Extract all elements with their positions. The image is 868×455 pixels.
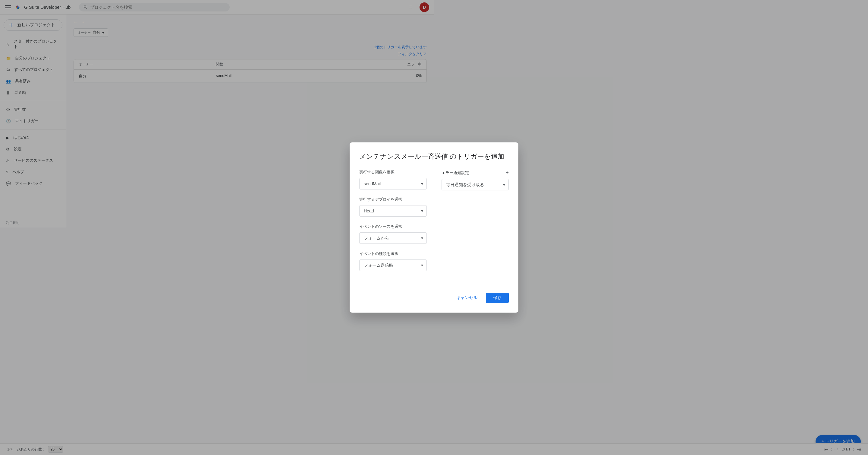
modal-overlay[interactable]: メンテナンスメール一斉送信 のトリガーを追加 実行する関数を選択 sendMai… [0,0,434,227]
function-select[interactable]: sendMail [359,178,427,190]
dialog-body: 実行する関数を選択 sendMail 実行するデプロイを選択 Head [359,170,434,227]
function-label: 実行する関数を選択 [359,170,427,175]
add-trigger-dialog: メンテナンスメール一斉送信 のトリガーを追加 実行する関数を選択 sendMai… [350,142,434,227]
deploy-label: 実行するデプロイを選択 [359,197,427,202]
function-group: 実行する関数を選択 sendMail [359,170,427,190]
deploy-group: 実行するデプロイを選択 Head [359,197,427,217]
deploy-select[interactable]: Head [359,205,427,217]
function-select-wrapper[interactable]: sendMail [359,178,427,190]
dialog-title: メンテナンスメール一斉送信 のトリガーを追加 [359,152,434,161]
dialog-left: 実行する関数を選択 sendMail 実行するデプロイを選択 Head [359,170,434,227]
event-source-label: イベントのソースを選択 [359,224,427,227]
deploy-select-wrapper[interactable]: Head [359,205,427,217]
event-source-group: イベントのソースを選択 フォームから スプレッドシートから カレンダーから 時間… [359,224,427,227]
